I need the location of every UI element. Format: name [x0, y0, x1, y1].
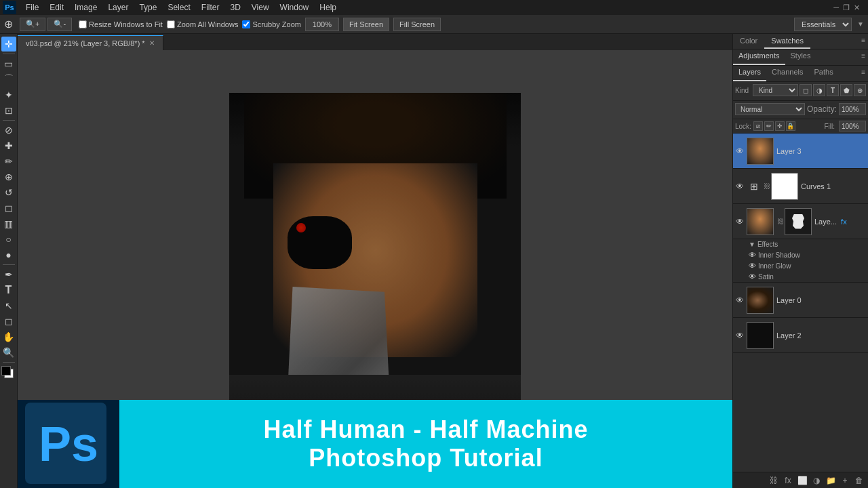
menu-view[interactable]: View	[246, 0, 275, 15]
add-mask-btn[interactable]: ⬜	[796, 474, 808, 487]
document-tab[interactable]: v03.psd @ 21% (Layer 3, RGB/8*) * ✕	[18, 35, 163, 50]
effects-expand-icon[interactable]: ▼	[749, 241, 755, 248]
inner-glow-item[interactable]: 👁 Inner Glow	[747, 260, 868, 271]
layer-kind-select[interactable]: Kind	[753, 84, 798, 96]
fit-screen-btn[interactable]: Fit Screen	[343, 18, 389, 31]
history-brush-tool[interactable]: ↺	[1, 185, 16, 200]
bottom-banner: Ps Half Human - Half Machine Photoshop T…	[18, 400, 732, 488]
fill-input[interactable]	[839, 121, 866, 131]
workspace-select[interactable]: Essentials	[794, 18, 852, 31]
lock-label: Lock:	[735, 123, 751, 130]
foreground-color[interactable]	[1, 366, 16, 381]
adjustments-tab[interactable]: Adjustments	[733, 49, 785, 65]
quick-select-tool[interactable]: ✦	[1, 87, 16, 102]
lock-position-btn[interactable]: ✛	[775, 121, 785, 131]
opacity-input[interactable]	[839, 103, 866, 115]
delete-layer-btn[interactable]: 🗑	[853, 474, 865, 487]
new-adjustment-btn[interactable]: ◑	[810, 474, 823, 487]
menu-window[interactable]: Window	[275, 0, 315, 15]
canvas-content[interactable]: Ps Half Human - Half Machine Photoshop T…	[18, 50, 732, 488]
zoom-in-btn[interactable]: 🔍+	[20, 18, 45, 31]
curves-adj-icon: ⊞	[747, 173, 762, 200]
curves1-visibility-btn[interactable]: 👁	[735, 182, 745, 191]
heal-tool[interactable]: ✚	[1, 138, 16, 153]
menu-select[interactable]: Select	[162, 0, 195, 15]
lock-transparent-btn[interactable]: ⧄	[753, 121, 763, 131]
lasso-tool[interactable]: ⌒	[1, 72, 16, 87]
inner-shadow-vis-btn[interactable]: 👁	[749, 251, 756, 259]
lock-pixels-btn[interactable]: ✏	[764, 121, 774, 131]
move-tool[interactable]: ✛	[1, 37, 16, 52]
menu-layer[interactable]: Layer	[102, 0, 134, 15]
zoom-out-btn[interactable]: 🔍-	[47, 18, 72, 31]
inner-glow-vis-btn[interactable]: 👁	[749, 262, 756, 270]
close-btn[interactable]: ✕	[854, 3, 860, 12]
left-toolbar: ✛ ▭ ⌒ ✦ ⊡ ⊘ ✚ ✏ ⊕ ↺ ◻ ▥ ○ ● ✒ T ↖ ◻ ✋ 🔍	[0, 34, 18, 488]
layers-tab[interactable]: Layers	[733, 66, 766, 81]
menu-file[interactable]: File	[20, 0, 44, 15]
shape-tool[interactable]: ◻	[1, 314, 16, 329]
type-tool[interactable]: T	[1, 283, 16, 298]
hand-tool[interactable]: ✋	[1, 329, 16, 344]
layer-item-layer2[interactable]: 👁 Layer 2	[733, 318, 868, 353]
link-layers-btn[interactable]: ⛓	[768, 474, 780, 487]
layer-filter-smart-btn[interactable]: ⊕	[854, 84, 866, 96]
minimize-btn[interactable]: ─	[833, 3, 839, 12]
panel-menu-btn[interactable]: ≡	[859, 34, 868, 49]
lock-all-btn[interactable]: 🔒	[786, 121, 795, 131]
clone-tool[interactable]: ⊕	[1, 169, 16, 184]
scrubby-zoom-checkbox[interactable]: Scrubby Zoom	[242, 20, 301, 28]
menu-filter[interactable]: Filter	[196, 0, 225, 15]
layer-filter-pixel-btn[interactable]: ◻	[800, 84, 812, 96]
photo-layer	[229, 93, 521, 445]
satin-item[interactable]: 👁 Satin	[747, 271, 868, 282]
tab-close-btn[interactable]: ✕	[149, 39, 155, 47]
layer2-visibility-btn[interactable]: 👁	[735, 331, 745, 340]
laye-visibility-btn[interactable]: 👁	[735, 217, 745, 226]
blend-mode-select[interactable]: Normal	[735, 103, 805, 115]
color-tab[interactable]: Color	[733, 34, 764, 49]
layer-filter-adj-btn[interactable]: ◑	[813, 84, 825, 96]
marquee-tool[interactable]: ▭	[1, 56, 16, 71]
satin-vis-btn[interactable]: 👁	[749, 272, 756, 281]
eraser-tool[interactable]: ◻	[1, 201, 16, 216]
dodge-tool[interactable]: ●	[1, 247, 16, 262]
eyedropper-tool[interactable]: ⊘	[1, 123, 16, 138]
zoom-input[interactable]	[305, 18, 339, 31]
fill-screen-btn[interactable]: Fill Screen	[393, 18, 441, 31]
brush-tool[interactable]: ✏	[1, 154, 16, 169]
styles-tab[interactable]: Styles	[785, 49, 816, 65]
zoom-all-checkbox[interactable]: Zoom All Windows	[167, 20, 238, 28]
menu-help[interactable]: Help	[314, 0, 342, 15]
path-select-tool[interactable]: ↖	[1, 298, 16, 313]
layer-item-layer0[interactable]: 👁 Layer 0	[733, 283, 868, 318]
resize-windows-checkbox[interactable]: Resize Windows to Fit	[79, 20, 163, 28]
inner-shadow-item[interactable]: 👁 Inner Shadow	[747, 249, 868, 260]
menu-image[interactable]: Image	[69, 0, 102, 15]
layer-panel-menu-btn[interactable]: ≡	[859, 66, 868, 81]
menu-3d[interactable]: 3D	[224, 0, 245, 15]
gradient-tool[interactable]: ▥	[1, 216, 16, 231]
zoom-tool[interactable]: 🔍	[1, 345, 16, 360]
pen-tool[interactable]: ✒	[1, 267, 16, 282]
layer-item-laye[interactable]: 👁 ⛓ Laye... fx	[733, 204, 868, 239]
crop-tool[interactable]: ⊡	[1, 103, 16, 118]
blur-tool[interactable]: ○	[1, 232, 16, 247]
layer3-visibility-btn[interactable]: 👁	[735, 146, 745, 156]
menu-type[interactable]: Type	[134, 0, 162, 15]
layer0-visibility-btn[interactable]: 👁	[735, 296, 745, 305]
new-group-btn[interactable]: 📁	[825, 474, 837, 487]
paths-tab[interactable]: Paths	[809, 66, 839, 81]
layer-filter-text-btn[interactable]: T	[827, 84, 839, 96]
restore-btn[interactable]: ❐	[843, 3, 850, 12]
new-layer-btn[interactable]: +	[839, 474, 851, 487]
layer-filter-shape-btn[interactable]: ⬟	[840, 84, 852, 96]
right-panel: Color Swatches ≡ Adjustments Styles ≡ La…	[732, 34, 868, 488]
adj-panel-menu-btn[interactable]: ≡	[859, 49, 868, 65]
menu-edit[interactable]: Edit	[44, 0, 69, 15]
layer-item-layer3[interactable]: 👁 Layer 3	[733, 134, 868, 169]
layer-item-curves1[interactable]: 👁 ⊞ ⛓ Curves 1	[733, 169, 868, 204]
add-style-btn[interactable]: fx	[782, 474, 794, 487]
swatches-tab[interactable]: Swatches	[764, 34, 810, 49]
channels-tab[interactable]: Channels	[766, 66, 808, 81]
